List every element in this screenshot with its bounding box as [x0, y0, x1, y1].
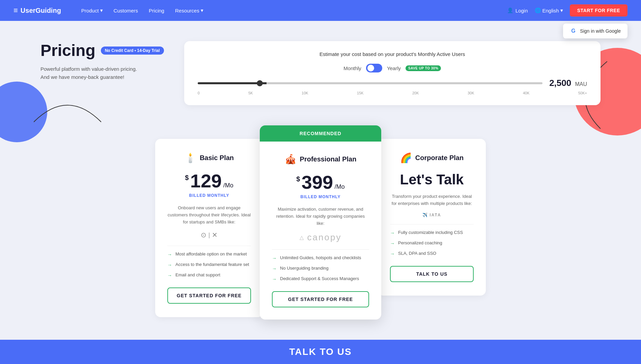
basic-plan-header: 🕯️ Basic Plan — [167, 152, 251, 163]
nav-customers[interactable]: Customers — [114, 8, 138, 13]
corporate-feature-1: → Fully customizable including CSS — [390, 230, 474, 236]
basic-feature-3: → Email and chat support — [167, 272, 251, 278]
navbar: ≡ UserGuiding Product ▾ Customers Pricin… — [0, 0, 641, 21]
slider-labels: 0 5K 10K 15K 20K 30K 40K 50K+ — [198, 91, 587, 95]
basic-plan-name: Basic Plan — [200, 154, 234, 162]
pro-billed-label: BILLED MONTHLY — [272, 194, 369, 199]
lets-talk-text: Let's Talk — [390, 172, 474, 188]
yearly-label: Yearly — [387, 65, 401, 71]
pro-plan-card: RECOMMENDED 🎪 Professional Plan $ 399 /M… — [260, 125, 381, 320]
pro-feature-3: → Dedicated Support & Success Managers — [272, 276, 369, 282]
save-badge: SAVE UP TO 30% — [406, 65, 441, 71]
corporate-feature-3: → SLA, DPA and SSO — [390, 251, 474, 256]
pro-plan-price: $ 399 /Mo — [272, 173, 369, 192]
arrow-icon: → — [272, 266, 277, 271]
basic-divider — [167, 246, 251, 246]
corporate-divider — [390, 224, 474, 224]
arrow-icon: → — [390, 230, 395, 236]
pro-plan-inner: 🎪 Professional Plan $ 399 /Mo BILLED MON… — [260, 142, 381, 320]
logo[interactable]: ≡ UserGuiding — [13, 6, 61, 15]
user-icon: 👤 — [507, 7, 513, 13]
mau-title: Estimate your cost based on your product… — [198, 51, 587, 57]
basic-plan-card: 🕯️ Basic Plan $ 129 /Mo BILLED MONTHLY O… — [155, 139, 263, 317]
bottom-cta-bar[interactable]: TALK TO US — [0, 340, 641, 364]
toggle-knob — [367, 65, 374, 71]
corporate-plan-name: Corporate Plan — [415, 154, 464, 162]
recommended-banner: RECOMMENDED — [260, 125, 381, 142]
basic-features: → Most affordable option on the market →… — [167, 251, 251, 278]
pro-features: → Unlimited Guides, hotspots and checkli… — [272, 255, 369, 282]
billing-toggle-switch[interactable] — [366, 64, 382, 72]
corporate-plan-desc: Transform your product experience. Ideal… — [390, 193, 474, 207]
basic-plan-logo: ⊙ | ✕ — [167, 231, 251, 239]
chevron-down-icon: ▾ — [100, 7, 103, 13]
pro-feature-1: → Unlimited Guides, hotspots and checkli… — [272, 255, 369, 261]
slider-thumb — [257, 80, 263, 86]
arrow-icon: → — [167, 252, 172, 257]
pro-feature-2: → No Userguiding branding — [272, 266, 369, 271]
mau-slider[interactable] — [198, 82, 543, 84]
arrow-icon: → — [272, 276, 277, 282]
arrow-icon: → — [167, 262, 172, 268]
mau-slider-container: 2,500 MAU — [198, 78, 587, 88]
logo-icon: ≡ — [13, 6, 18, 15]
nav-right: 👤 Login 🌐 English ▾ START FOR FREE — [507, 4, 628, 17]
mau-value-display: 2,500 MAU — [549, 78, 587, 88]
pro-plan-name: Professional Plan — [300, 155, 357, 163]
basic-feature-1: → Most affordable option on the market — [167, 251, 251, 257]
trial-badge: No Credit Card • 14-Day Trial — [101, 47, 164, 55]
pricing-cards: 🕯️ Basic Plan $ 129 /Mo BILLED MONTHLY O… — [40, 125, 601, 320]
corporate-features: → Fully customizable including CSS → Per… — [390, 230, 474, 256]
pro-plan-header: 🎪 Professional Plan — [272, 154, 369, 165]
basic-cta-button[interactable]: GET STARTED FOR FREE — [167, 287, 251, 304]
nav-links: Product ▾ Customers Pricing Resources ▾ — [81, 7, 203, 13]
page-title: Pricing — [40, 41, 95, 60]
google-signin-box[interactable]: G Sign in with Google — [563, 24, 628, 38]
corporate-cta-button[interactable]: TALK TO US — [390, 266, 474, 282]
pricing-hero: Pricing No Credit Card • 14-Day Trial Po… — [40, 41, 164, 81]
arrow-icon: → — [390, 251, 395, 256]
login-button[interactable]: 👤 Login — [507, 7, 528, 13]
basic-plan-desc: Onboard new users and engage customers t… — [167, 205, 251, 225]
pricing-subtitle: Powerful platform with value-driven pric… — [40, 65, 164, 81]
mau-estimator: Estimate your cost based on your product… — [184, 41, 601, 105]
logo-text: UserGuiding — [21, 7, 61, 14]
pro-plan-desc: Maximize activation, customer revenue, a… — [272, 206, 369, 227]
pro-cta-button[interactable]: GET STARTED FOR FREE — [272, 291, 369, 307]
monthly-label: Monthly — [343, 65, 361, 71]
billing-toggle: Monthly Yearly SAVE UP TO 30% — [198, 64, 587, 72]
basic-feature-2: → Access to the fundamental feature set — [167, 262, 251, 268]
google-icon: G — [570, 28, 577, 34]
basic-plan-icon: 🕯️ — [185, 152, 196, 163]
corporate-plan-header: 🌈 Corporate Plan — [390, 152, 474, 163]
deco-blue-circle — [0, 82, 47, 142]
start-for-free-button[interactable]: START FOR FREE — [570, 4, 628, 17]
nav-pricing[interactable]: Pricing — [149, 8, 164, 13]
globe-icon: 🌐 — [535, 7, 541, 13]
chevron-down-icon: ▾ — [201, 7, 203, 13]
main-content: Pricing No Credit Card • 14-Day Trial Po… — [0, 21, 641, 346]
basic-billed-label: BILLED MONTHLY — [167, 193, 251, 198]
corporate-feature-2: → Personalized coaching — [390, 240, 474, 246]
google-signin-label: Sign in with Google — [580, 28, 621, 34]
arrow-icon: → — [390, 241, 395, 246]
nav-product[interactable]: Product ▾ — [81, 7, 103, 13]
pro-divider — [272, 249, 369, 250]
language-selector[interactable]: 🌐 English ▾ — [535, 7, 563, 13]
nav-resources[interactable]: Resources ▾ — [175, 7, 203, 13]
basic-plan-price: $ 129 /Mo — [167, 172, 251, 190]
pro-plan-icon: 🎪 — [285, 154, 297, 165]
pricing-title-row: Pricing No Credit Card • 14-Day Trial — [40, 41, 164, 60]
corporate-plan-icon: 🌈 — [400, 152, 412, 163]
arrow-icon: → — [272, 255, 277, 261]
corporate-plan-card: 🌈 Corporate Plan Let's Talk Transform yo… — [378, 139, 486, 296]
plane-icon: ✈️ — [422, 213, 428, 217]
bottom-cta-text: TALK TO US — [289, 346, 352, 357]
arrow-icon: → — [167, 273, 172, 278]
content-top: Pricing No Credit Card • 14-Day Trial Po… — [40, 41, 601, 105]
chevron-down-icon: ▾ — [560, 7, 563, 13]
pro-plan-logo: △ canopy — [272, 232, 369, 243]
corporate-plan-logo: ✈️ IATA — [390, 213, 474, 217]
